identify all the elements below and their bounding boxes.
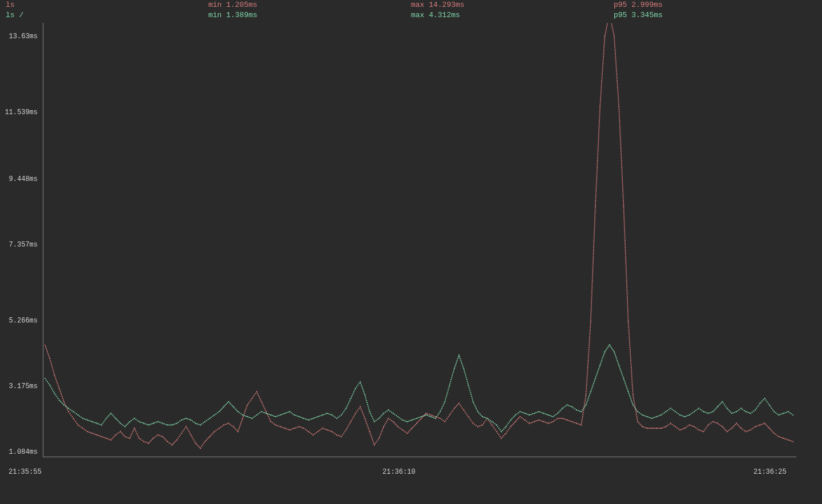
- svg-rect-13: [51, 365, 53, 366]
- svg-rect-1481: [369, 409, 370, 410]
- svg-rect-1282: [160, 422, 162, 424]
- svg-rect-742: [599, 120, 600, 121]
- svg-rect-877: [620, 142, 621, 143]
- svg-rect-635: [591, 312, 592, 313]
- svg-rect-375: [379, 436, 380, 437]
- svg-rect-574: [582, 419, 583, 420]
- svg-rect-633: [590, 316, 591, 317]
- svg-rect-783: [603, 47, 605, 48]
- svg-rect-1228: [102, 423, 103, 424]
- svg-rect-1699: [563, 407, 565, 408]
- svg-rect-326: [345, 429, 346, 430]
- svg-rect-1041: [643, 427, 644, 428]
- svg-rect-1584: [458, 354, 460, 356]
- svg-rect-49: [73, 418, 74, 419]
- svg-rect-890: [621, 166, 622, 167]
- svg-rect-1013: [632, 385, 633, 386]
- svg-rect-1406: [302, 417, 303, 418]
- svg-rect-1723: [588, 398, 589, 399]
- svg-rect-50: [74, 420, 75, 421]
- svg-rect-728: [598, 146, 599, 147]
- svg-rect-1558: [446, 396, 447, 397]
- svg-rect-639: [591, 305, 592, 307]
- svg-rect-1278: [156, 422, 157, 423]
- svg-rect-1150: [767, 425, 768, 426]
- svg-rect-1738: [595, 376, 597, 377]
- svg-rect-1925: [768, 403, 769, 404]
- svg-rect-70: [96, 434, 98, 436]
- svg-rect-475: [477, 426, 478, 428]
- svg-rect-1074: [683, 428, 684, 429]
- svg-rect-84: [113, 437, 114, 438]
- svg-rect-720: [597, 160, 598, 161]
- svg-rect-897: [622, 178, 623, 179]
- chart-legend: ls ls / min 1.205ms min 1.389ms max 14.2…: [6, 0, 816, 21]
- svg-rect-1902: [744, 410, 745, 411]
- svg-rect-622: [589, 334, 590, 336]
- svg-rect-1516: [404, 420, 405, 421]
- svg-rect-388: [388, 418, 389, 419]
- svg-rect-333: [351, 420, 352, 421]
- svg-rect-1308: [191, 420, 192, 421]
- svg-rect-986: [628, 336, 630, 337]
- svg-rect-1683: [546, 414, 547, 415]
- svg-rect-356: [368, 426, 369, 428]
- svg-rect-1749: [601, 360, 602, 361]
- svg-rect-1008: [631, 376, 632, 377]
- svg-rect-536: [540, 420, 541, 421]
- svg-rect-216: [240, 425, 241, 426]
- svg-rect-1566: [450, 383, 451, 384]
- svg-rect-952: [626, 276, 627, 277]
- svg-rect-274: [286, 428, 287, 429]
- svg-rect-210: [236, 430, 237, 431]
- svg-rect-1002: [631, 365, 632, 366]
- svg-rect-1205: [76, 413, 77, 414]
- svg-rect-318: [338, 435, 339, 436]
- svg-rect-441: [444, 421, 445, 422]
- svg-rect-1326: [212, 416, 213, 417]
- svg-rect-1928: [770, 406, 771, 408]
- svg-rect-6: [48, 354, 49, 356]
- svg-rect-16: [53, 371, 54, 372]
- svg-rect-947: [626, 267, 627, 268]
- svg-rect-26: [58, 386, 59, 388]
- svg-rect-1288: [167, 425, 168, 426]
- svg-rect-1720: [586, 403, 587, 404]
- svg-rect-714: [597, 171, 598, 172]
- svg-rect-747: [599, 111, 601, 112]
- svg-rect-682: [594, 227, 595, 228]
- svg-rect-677: [594, 236, 595, 237]
- svg-rect-740: [599, 124, 600, 125]
- svg-rect-752: [600, 104, 601, 105]
- svg-rect-896: [622, 176, 623, 178]
- svg-rect-602: [587, 371, 588, 372]
- svg-rect-389: [389, 419, 390, 420]
- svg-rect-1361: [248, 417, 249, 418]
- svg-rect-1373: [263, 412, 264, 413]
- svg-rect-110: [136, 433, 138, 434]
- svg-rect-604: [587, 367, 589, 368]
- svg-rect-413: [415, 424, 416, 425]
- svg-rect-1800: [631, 401, 632, 402]
- svg-rect-937: [625, 249, 626, 250]
- svg-rect-1476: [366, 400, 367, 401]
- svg-rect-1782: [622, 374, 623, 376]
- svg-rect-844: [617, 83, 618, 84]
- svg-rect-1799: [631, 400, 632, 401]
- svg-rect-132: [159, 435, 160, 436]
- svg-rect-1497: [382, 414, 383, 415]
- svg-rect-1000: [630, 362, 631, 363]
- svg-rect-1603: [468, 385, 469, 386]
- svg-rect-621: [589, 336, 590, 337]
- svg-rect-51: [75, 421, 76, 422]
- svg-rect-664: [593, 260, 594, 261]
- svg-rect-1625: [482, 416, 483, 417]
- svg-rect-301: [317, 431, 319, 432]
- svg-rect-52: [76, 423, 78, 424]
- svg-rect-666: [593, 256, 594, 257]
- svg-rect-1120: [734, 425, 735, 426]
- svg-rect-620: [589, 338, 590, 339]
- svg-rect-918: [623, 215, 624, 216]
- svg-rect-1345: [232, 405, 233, 406]
- svg-rect-1609: [471, 396, 472, 397]
